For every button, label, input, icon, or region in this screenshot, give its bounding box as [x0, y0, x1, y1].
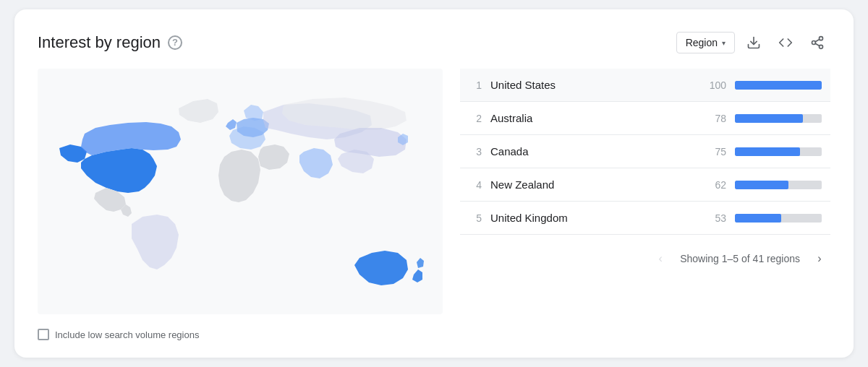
row-country: United States: [490, 79, 694, 91]
bar-fill: [735, 81, 822, 90]
row-value: 62: [703, 179, 726, 191]
page-title: Interest by region: [38, 33, 161, 52]
pagination: ‹ Showing 1–5 of 41 regions ›: [460, 248, 830, 269]
row-rank: 3: [469, 146, 482, 157]
card-header: Interest by region ? Region ▾: [38, 30, 830, 56]
table-row[interactable]: 5 United Kingdom 53: [460, 202, 830, 235]
share-button[interactable]: [804, 30, 830, 56]
bar-fill: [735, 181, 788, 189]
table-row[interactable]: 4 New Zealand 62: [460, 168, 830, 202]
download-icon: [746, 35, 761, 50]
toolbar: Region ▾: [676, 30, 830, 56]
table-area: 1 United States 100 2 Australia 78 3 Can…: [460, 69, 830, 269]
map-area: Include low search volume regions: [38, 69, 443, 340]
row-rank: 4: [469, 179, 482, 191]
checkbox-area: Include low search volume regions: [38, 329, 443, 340]
table-row[interactable]: 1 United States 100: [460, 69, 830, 102]
row-value: 53: [703, 212, 726, 224]
row-country: Canada: [490, 145, 694, 157]
table-row[interactable]: 3 Canada 75: [460, 135, 830, 168]
row-value: 75: [703, 146, 726, 157]
world-map: [38, 69, 443, 314]
bar-fill: [735, 214, 781, 223]
bar-fill: [735, 147, 800, 156]
row-rank: 2: [469, 113, 482, 124]
bar-container: [735, 147, 822, 156]
row-country: New Zealand: [490, 178, 694, 191]
row-country: Australia: [490, 112, 694, 124]
svg-line-4: [815, 43, 820, 46]
checkbox-label: Include low search volume regions: [55, 329, 199, 340]
embed-icon: [778, 35, 793, 50]
row-rank: 1: [469, 79, 482, 91]
region-select[interactable]: Region ▾: [676, 32, 735, 53]
interest-by-region-card: Interest by region ? Region ▾: [14, 9, 854, 358]
pagination-text: Showing 1–5 of 41 regions: [680, 253, 800, 264]
bar-container: [735, 214, 822, 223]
row-value: 78: [703, 113, 726, 124]
row-value: 100: [703, 79, 726, 91]
prev-page-button[interactable]: ‹: [650, 248, 671, 269]
bar-container: [735, 181, 822, 189]
row-country: United Kingdom: [490, 212, 694, 224]
low-volume-checkbox[interactable]: [38, 329, 49, 340]
title-area: Interest by region ?: [38, 33, 182, 52]
chevron-down-icon: ▾: [722, 39, 726, 47]
download-button[interactable]: [741, 30, 767, 56]
row-rank: 5: [469, 212, 482, 224]
embed-button[interactable]: [773, 30, 799, 56]
bar-container: [735, 81, 822, 90]
region-label: Region: [686, 37, 718, 48]
svg-line-5: [815, 39, 820, 41]
help-icon[interactable]: ?: [168, 35, 182, 50]
next-page-button[interactable]: ›: [809, 248, 830, 269]
main-content: Include low search volume regions 1 Unit…: [38, 69, 830, 340]
bar-container: [735, 114, 822, 123]
table-row[interactable]: 2 Australia 78: [460, 102, 830, 135]
bar-fill: [735, 114, 803, 123]
share-icon: [810, 35, 825, 50]
